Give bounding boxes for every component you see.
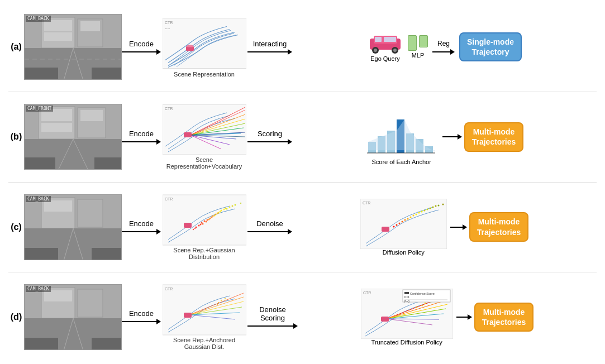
row-d-trajectory-box: Multi-modeTrajectories	[474, 303, 534, 332]
svg-rect-25	[384, 37, 396, 42]
row-a-scene-rep: CTR ---- Scene Representation	[161, 14, 247, 80]
svg-point-103	[393, 226, 394, 227]
mlp-box-2	[419, 35, 428, 47]
row-d-diffusion: CTR	[361, 289, 453, 346]
svg-point-82	[216, 212, 218, 214]
svg-text:P=0: P=0	[404, 300, 409, 303]
svg-point-92	[219, 210, 221, 212]
row-b-encode-label: Encode	[129, 130, 154, 138]
row-a-trajectory-label: Single-modeTrajectory	[467, 37, 514, 56]
svg-rect-121	[382, 227, 389, 232]
row-c-trajectory-box: Multi-modeTrajectories	[469, 212, 529, 241]
svg-point-96	[199, 223, 201, 225]
svg-rect-125	[44, 290, 72, 301]
svg-point-89	[202, 223, 203, 224]
row-c-scene-rep: CTR	[161, 194, 247, 260]
row-b-scene-image	[25, 104, 122, 170]
row-c-denoise-arrow: Denoise	[247, 219, 292, 234]
reg-label: Reg	[437, 40, 450, 47]
svg-point-80	[203, 220, 205, 222]
row-c-arrow-box: Multi-modeTrajectories	[450, 212, 529, 241]
svg-text:P=1: P=1	[404, 295, 409, 299]
row-b-chart-section: Score of Each Anchor	[365, 108, 438, 165]
svg-point-105	[404, 219, 406, 221]
row-c-camera: CAM_BACK	[24, 194, 122, 260]
row-d-scene-image	[25, 285, 122, 350]
main-container: (a) CAM_BACK Encode	[0, 0, 605, 364]
svg-point-115	[412, 214, 414, 216]
svg-point-155	[424, 302, 426, 304]
svg-rect-131	[92, 338, 122, 350]
row-b-scoring-arrow: Scoring	[247, 130, 292, 145]
row-b-trajectory-label: Multi-modeTrajectories	[472, 127, 516, 146]
row-d-diffusion-container: CTR	[361, 289, 453, 339]
svg-point-140	[217, 302, 218, 303]
svg-point-90	[208, 218, 209, 220]
svg-point-113	[401, 221, 403, 222]
svg-point-83	[223, 208, 225, 210]
svg-point-112	[396, 224, 397, 226]
row-d-encode-arrow: Encode	[122, 309, 161, 324]
row-c-trajectory-label: Multi-modeTrajectories	[477, 217, 521, 236]
row-c-scene-image	[25, 195, 122, 260]
ego-query-label: Ego Query	[370, 55, 400, 62]
row-a-interact-label: Interacting	[253, 40, 287, 48]
row-a-label: (a)	[8, 42, 24, 52]
row-c-encode-label: Encode	[129, 219, 154, 228]
svg-rect-65	[78, 199, 103, 227]
divider-2	[8, 182, 597, 183]
score-anchor-label: Score of Each Anchor	[371, 159, 431, 165]
svg-point-119	[435, 205, 436, 207]
svg-rect-70	[92, 248, 122, 260]
row-b-arrow-box: Multi-modeTrajectories	[442, 122, 524, 151]
row-c-label: (c)	[8, 222, 24, 232]
svg-point-93	[225, 207, 226, 209]
svg-text:CTR: CTR	[363, 291, 371, 295]
svg-rect-37	[94, 157, 122, 170]
row-c-scene-svg: CTR	[163, 194, 246, 246]
svg-rect-32	[80, 110, 103, 121]
svg-rect-10	[25, 68, 58, 80]
row-d-diffusion-label: Truncated Diffusion Policy	[371, 339, 442, 346]
row-a-scene-image	[25, 15, 122, 80]
svg-rect-11	[92, 68, 122, 80]
row-b-scene-caption: Scene Representation+Vocabulary	[161, 156, 247, 170]
divider-1	[8, 92, 597, 92]
svg-rect-100	[184, 223, 192, 228]
row-d-scene-caption: Scene Rep.+Anchored Gaussian Dist.	[161, 337, 247, 350]
svg-point-108	[421, 210, 422, 212]
svg-rect-162	[404, 292, 409, 294]
svg-text:CTR: CTR	[363, 201, 370, 205]
svg-point-111	[437, 204, 439, 206]
row-c-encode-arrow: Encode	[122, 219, 161, 234]
svg-point-99	[240, 202, 241, 203]
row-b-right: Score of Each Anchor Multi-modeTrajector…	[292, 108, 597, 165]
row-d: (d) CAM_BACK Encode	[8, 276, 597, 358]
row-d-denoise-arrow: Denoise Scoring	[247, 305, 298, 329]
svg-rect-71	[163, 195, 246, 245]
svg-point-104	[398, 222, 400, 224]
row-b-scene-svg: CTR	[163, 104, 246, 155]
svg-text:CTR: CTR	[165, 287, 173, 291]
row-a-scene-caption: Scene Representation	[174, 71, 235, 78]
row-a-cam-label: CAM_BACK	[26, 16, 51, 22]
svg-point-158	[421, 304, 423, 306]
row-c-diffusion-label: Diffusion Policy	[383, 249, 425, 256]
svg-point-141	[220, 300, 221, 301]
row-c-scene-caption: Scene Rep.+Gaussian Distribution	[161, 247, 247, 260]
row-d-scene-rep: CTR Scene Rep.+Anchored Gaussian Dist.	[161, 284, 247, 350]
svg-point-95	[205, 221, 207, 222]
svg-text:CTR: CTR	[165, 107, 173, 111]
row-a-camera: CAM_BACK	[24, 14, 122, 80]
row-d-encode-label: Encode	[129, 309, 154, 318]
svg-point-120	[442, 203, 444, 205]
svg-text:Confidence Score: Confidence Score	[410, 292, 435, 295]
row-b-scoring-label: Scoring	[258, 130, 282, 138]
svg-rect-17	[187, 45, 193, 47]
svg-rect-38	[163, 104, 246, 155]
row-b-cam-label: CAM_FRONT	[26, 106, 53, 112]
row-d-cam-label: CAM_BACK	[26, 286, 51, 292]
svg-rect-30	[41, 123, 72, 132]
row-c-denoise-label: Denoise	[256, 219, 283, 228]
row-c-cam-label: CAM_BACK	[26, 196, 51, 202]
